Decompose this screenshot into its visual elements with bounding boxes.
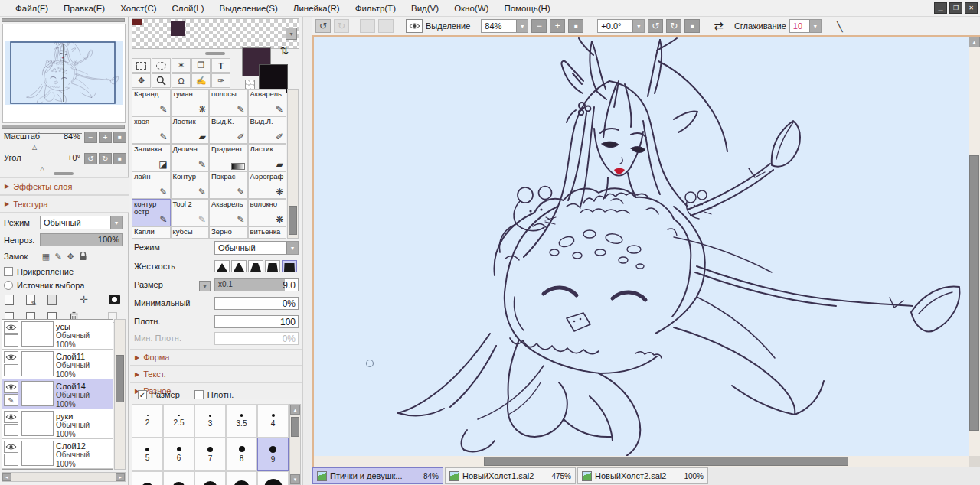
preset-scrollbar-thumb[interactable] bbox=[291, 417, 299, 437]
new-linework-layer-icon[interactable]: ✎ bbox=[26, 295, 35, 305]
brush-item[interactable]: кубсы bbox=[171, 226, 210, 239]
stroke-stabilizer-icon[interactable]: ╲ bbox=[837, 21, 843, 32]
document-tab[interactable]: НовыйХолст2.sai2 100% bbox=[577, 467, 708, 484]
layer-subbox[interactable] bbox=[4, 454, 18, 466]
swap-colors-icon[interactable]: ⇄ bbox=[279, 46, 291, 55]
layer-subbox[interactable] bbox=[4, 424, 18, 436]
eye-icon[interactable] bbox=[4, 441, 18, 453]
menu-view[interactable]: Вид(V) bbox=[403, 4, 446, 13]
zoom-in-button[interactable]: + bbox=[99, 132, 112, 143]
size-preset[interactable]: 3.5 bbox=[226, 404, 257, 438]
size-preset-selected[interactable]: 9 bbox=[257, 438, 289, 471]
scroll-right-icon[interactable]: ▸ bbox=[116, 473, 125, 481]
rotate-reset-canvas-button[interactable]: ■ bbox=[684, 19, 700, 33]
brush-item[interactable]: Контур✎ bbox=[171, 171, 210, 199]
scroll-up-icon[interactable]: ▴ bbox=[969, 37, 980, 47]
chevron-down-icon[interactable]: ▾ bbox=[809, 20, 821, 32]
eye-icon[interactable] bbox=[4, 351, 18, 363]
navigator[interactable] bbox=[2, 24, 126, 123]
brush-item[interactable]: Выд.К.✐ bbox=[209, 116, 248, 144]
layer-row-selected[interactable]: ✎ Слой14Обычный100% bbox=[2, 379, 113, 409]
scratch-swatch-red[interactable] bbox=[132, 19, 142, 25]
brush-item-selected[interactable]: контур остр✎ bbox=[132, 199, 171, 226]
navigator-scroll-strip-top[interactable] bbox=[2, 18, 125, 22]
brush-item[interactable]: Выд.Л.✐ bbox=[248, 116, 287, 144]
panel-splitter[interactable] bbox=[302, 17, 312, 485]
move-tool[interactable]: ✥ bbox=[132, 73, 151, 88]
rotate-ccw-canvas-button[interactable]: ↺ bbox=[648, 19, 663, 33]
shape-select-tool[interactable]: ❐ bbox=[191, 58, 211, 73]
scroll-left-icon[interactable]: ◂ bbox=[2, 473, 11, 481]
brush-mode-select[interactable]: Обычный ▾ bbox=[214, 241, 299, 255]
layer-subbox[interactable] bbox=[4, 334, 18, 347]
rect-select-tool[interactable] bbox=[132, 58, 151, 73]
menu-filter[interactable]: Фильтр(T) bbox=[348, 4, 403, 13]
menu-edit[interactable]: Правка(E) bbox=[56, 4, 113, 13]
layers-scrollbar[interactable] bbox=[114, 319, 126, 470]
scale-slider-marker[interactable]: △ bbox=[32, 144, 37, 151]
menu-file[interactable]: Файл(F) bbox=[8, 4, 56, 13]
layer-mode-select[interactable]: Обычный ▾ bbox=[40, 216, 122, 229]
size-preset[interactable]: 4 bbox=[257, 404, 289, 438]
eye-icon[interactable] bbox=[4, 381, 18, 393]
selection-source-radio[interactable] bbox=[4, 281, 13, 290]
layer-row[interactable]: рукиОбычный100% bbox=[2, 409, 113, 439]
brush-item[interactable]: туман❋ bbox=[171, 89, 210, 116]
menu-help[interactable]: Помощь(H) bbox=[496, 4, 557, 13]
layers-hscrollbar[interactable]: ◂ ▸ bbox=[2, 472, 126, 482]
brush-item[interactable]: лайн✎ bbox=[132, 171, 171, 199]
zoom-tool[interactable] bbox=[152, 73, 171, 88]
min-size-slider[interactable]: 0% bbox=[214, 297, 299, 310]
size-preset[interactable]: 5 bbox=[132, 438, 163, 471]
rotate-ccw-button[interactable]: ↺ bbox=[84, 153, 97, 164]
size-preset[interactable] bbox=[226, 471, 257, 485]
zoom-reset-button[interactable]: ■ bbox=[113, 132, 126, 143]
menu-canvas[interactable]: Холст(C) bbox=[113, 4, 164, 13]
layer-opacity-slider[interactable]: 100% bbox=[40, 233, 122, 246]
size-preset[interactable]: 2.5 bbox=[163, 404, 194, 438]
menu-window[interactable]: Окно(W) bbox=[446, 4, 496, 13]
lock-alpha-icon[interactable]: ▦ bbox=[40, 250, 52, 262]
chevron-down-icon[interactable]: ▾ bbox=[516, 20, 528, 32]
scratchpad-menu-icon[interactable]: ▾ bbox=[286, 28, 297, 40]
brush-item[interactable]: Tool 2✎ bbox=[171, 199, 210, 226]
texture-subsection[interactable]: ▶ Текст. bbox=[130, 366, 302, 382]
size-preset[interactable] bbox=[132, 471, 163, 485]
panel-resize-handle[interactable] bbox=[54, 172, 74, 175]
close-icon[interactable]: ✕ bbox=[965, 2, 978, 14]
scratch-swatch-plum[interactable] bbox=[171, 21, 185, 36]
hardness-option-1[interactable] bbox=[214, 260, 230, 272]
rotate-canvas-tool[interactable]: Ω bbox=[172, 73, 191, 88]
zoom-out-button[interactable]: − bbox=[84, 132, 97, 143]
angle-slider[interactable] bbox=[4, 155, 82, 155]
texture-section[interactable]: ▶ Текстура bbox=[0, 195, 129, 213]
layer-row[interactable]: Слой12Обычный100% bbox=[2, 439, 113, 469]
zoom-out-canvas-button[interactable]: − bbox=[531, 19, 547, 33]
magic-wand-tool[interactable]: ✶ bbox=[172, 58, 191, 73]
brush-item[interactable]: Каранд.✎ bbox=[132, 89, 171, 116]
size-preset[interactable]: 7 bbox=[194, 438, 226, 471]
size-preset[interactable] bbox=[257, 471, 289, 485]
angle-slider-marker[interactable]: △ bbox=[40, 165, 44, 172]
rotate-cw-canvas-button[interactable]: ↻ bbox=[666, 19, 681, 33]
brush-item[interactable]: хвоя✎ bbox=[132, 116, 171, 144]
lock-move-icon[interactable]: ✥ bbox=[64, 250, 77, 262]
size-preset[interactable]: 8 bbox=[226, 438, 257, 471]
navigator-scroll-strip-bottom[interactable] bbox=[2, 125, 125, 129]
brush-item[interactable]: Заливка◪ bbox=[132, 144, 171, 171]
brush-item[interactable]: Ластик▰ bbox=[248, 144, 287, 171]
layers-scrollbar-thumb[interactable] bbox=[116, 355, 124, 402]
menu-selection[interactable]: Выделение(S) bbox=[212, 4, 286, 13]
rotate-cw-button[interactable]: ↻ bbox=[99, 153, 112, 164]
document-tab[interactable]: НовыйХолст1.sai2 475% bbox=[445, 467, 576, 484]
clip-checkbox[interactable] bbox=[4, 267, 13, 276]
chevron-down-icon[interactable]: ▾ bbox=[110, 216, 122, 229]
chevron-down-icon[interactable]: ▾ bbox=[632, 20, 644, 32]
eye-icon[interactable] bbox=[4, 321, 18, 334]
hardness-option-4[interactable] bbox=[265, 260, 280, 272]
lock-icon[interactable] bbox=[77, 250, 89, 262]
size-preset[interactable] bbox=[163, 471, 194, 485]
new-layer-icon[interactable] bbox=[5, 295, 14, 305]
eyedropper-tool[interactable]: ✑ bbox=[211, 73, 230, 88]
size-preset[interactable]: 2 bbox=[132, 404, 163, 438]
